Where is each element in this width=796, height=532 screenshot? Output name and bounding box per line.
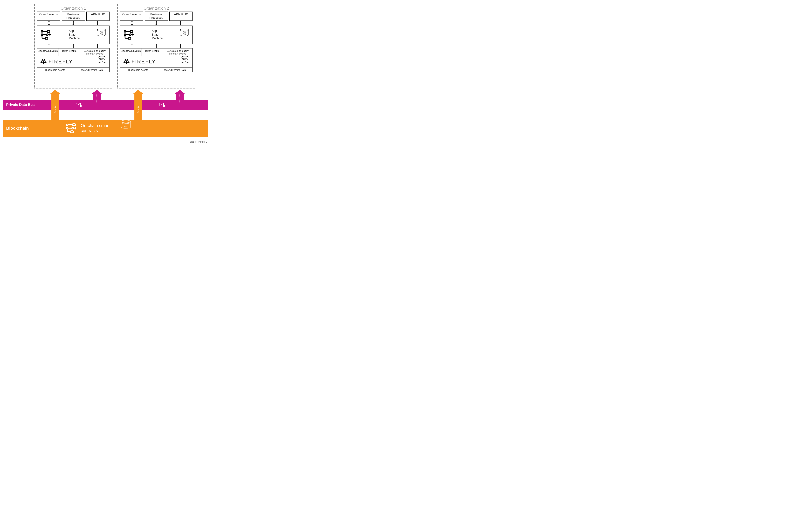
svg-rect-4 (45, 37, 48, 39)
firefly-db: FireFly DB (98, 56, 107, 68)
private-data-arrow-1 (93, 94, 100, 103)
events-row: Blockchain Events Token Events Correlate… (37, 48, 110, 56)
events-arrow-label: Events (137, 106, 140, 113)
svg-rect-8 (130, 31, 133, 32)
events-arrow-label: Events (54, 106, 57, 113)
events-row: Blockchain Events Token Events Correlate… (120, 48, 192, 56)
private-data-bus-label: Private Data Bus (6, 102, 35, 107)
box-core-systems: Core Systems (37, 12, 60, 21)
blockchain-events-box: Blockchain Events (120, 48, 142, 56)
svg-point-5 (97, 29, 106, 31)
up-arrow-icon (72, 44, 74, 48)
inbound-private-data-label: Inbound Private Data (73, 68, 110, 72)
private-data-arrow-2 (176, 94, 184, 103)
firefly-db-label: FireFly DB (99, 58, 105, 63)
org-1-title: Organization 1 (37, 6, 110, 11)
token-events-box: Token Events (142, 48, 163, 56)
firefly-wordmark: FIREFLY (131, 59, 156, 65)
correlated-events-box: Correlated on-chain/ off-chain events (80, 48, 110, 56)
box-core-systems: Core Systems (120, 12, 143, 21)
footer-logo: FIREFLY (190, 141, 208, 144)
app-state-machine-box: App State Machine App DB (37, 25, 110, 44)
up-arrow-icon (155, 44, 158, 48)
up-arrow-icon (96, 44, 99, 48)
double-arrow-icon (179, 21, 182, 25)
double-arrow-icon (130, 21, 134, 25)
blockchain-label: Blockchain (6, 126, 29, 131)
bidirectional-arrows-row (120, 21, 192, 25)
dotted-path-v (96, 94, 97, 103)
correlated-events-box: Correlated on-chain/ off-chain events (163, 48, 192, 56)
org-2-title: Organization 2 (120, 6, 192, 11)
top-boxes-row: Core Systems Business Processes APIs & U… (37, 12, 110, 21)
firefly-bee-icon (40, 59, 47, 64)
blockchain-state-db: Blockch ain State (121, 120, 131, 137)
architecture-diagram: Organization 1 Core Systems Business Pro… (3, 3, 208, 138)
blockchain-events-box: Blockchain Events (37, 48, 58, 56)
events-arrow-1: Events (52, 94, 59, 125)
encrypted-mail-icon (76, 102, 82, 107)
org-1-container: Organization 1 Core Systems Business Pro… (34, 4, 112, 89)
double-arrow-icon (48, 21, 51, 25)
bottom-row: Blockchain events Inbound Private Data (37, 68, 110, 72)
org-2-container: Organization 2 Core Systems Business Pro… (117, 4, 195, 89)
firefly-db-label: FireFly DB (182, 58, 188, 63)
top-boxes-row: Core Systems Business Processes APIs & U… (120, 12, 192, 21)
box-business-processes: Business Processes (62, 12, 85, 21)
firefly-row: FIREFLY FireFly DB (37, 56, 110, 68)
blockchain-bar: Blockchain On-chain smart contracts Bloc… (3, 120, 208, 137)
firefly-logo: FIREFLY (123, 59, 156, 65)
blockchain-state-label: Blockch ain State (121, 122, 131, 130)
flow-icon (40, 30, 52, 40)
app-db-label: App DB (183, 31, 186, 36)
footer-wordmark: FIREFLY (195, 141, 208, 144)
firefly-row: FIREFLY FireFly DB (120, 56, 192, 68)
double-arrow-icon (154, 21, 158, 25)
blockchain-events-label: Blockchain events (37, 68, 73, 72)
token-events-box: Token Events (58, 48, 80, 56)
blockchain-events-label: Blockchain events (120, 68, 156, 72)
flow-icon (65, 123, 78, 134)
onchain-label: On-chain smart contracts (81, 123, 110, 133)
box-apis-ux: APIs & UX (169, 12, 192, 21)
firefly-bee-icon (123, 59, 130, 64)
up-arrow-icon (179, 44, 182, 48)
flow-icon (123, 30, 135, 40)
box-apis-ux: APIs & UX (87, 12, 110, 21)
app-db: App DB (97, 28, 106, 41)
svg-rect-1 (47, 31, 50, 32)
dotted-path-v (180, 94, 180, 103)
app-state-machine-label: App State Machine (69, 29, 80, 40)
app-db-label: App DB (99, 31, 103, 36)
double-arrow-icon (72, 21, 75, 25)
svg-rect-22 (71, 131, 73, 133)
up-arrows-row (120, 44, 192, 48)
inbound-private-data-label: Inbound Private Data (156, 68, 193, 72)
double-arrow-icon (96, 21, 99, 25)
svg-rect-11 (128, 37, 131, 39)
svg-rect-17 (163, 105, 165, 107)
up-arrow-icon (131, 44, 133, 48)
app-db: App DB (180, 28, 189, 41)
app-state-machine-label: App State Machine (152, 29, 163, 40)
firefly-logo: FIREFLY (40, 59, 73, 65)
firefly-bee-icon (190, 141, 194, 144)
app-state-machine-box: App State Machine App DB (120, 25, 192, 44)
events-arrow-2: Events (134, 94, 142, 125)
bottom-row: Blockchain events Inbound Private Data (120, 68, 192, 72)
svg-rect-15 (79, 105, 81, 107)
encrypted-mail-icon (159, 102, 165, 107)
up-arrow-icon (48, 44, 50, 48)
firefly-wordmark: FIREFLY (49, 59, 73, 65)
up-arrows-row (37, 44, 110, 48)
bidirectional-arrows-row (37, 21, 110, 25)
box-business-processes: Business Processes (145, 12, 168, 21)
svg-rect-19 (73, 124, 75, 126)
svg-point-12 (180, 29, 189, 31)
firefly-db: FireFly DB (181, 56, 189, 68)
onchain-smart-contracts: On-chain smart contracts (65, 123, 110, 134)
